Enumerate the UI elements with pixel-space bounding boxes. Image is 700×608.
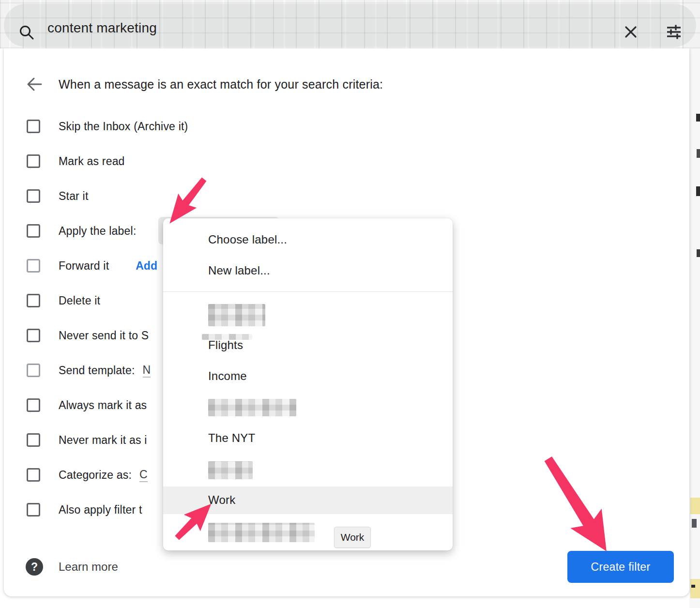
add-forwarding-address-link[interactable]: Add [136,259,157,273]
close-icon [622,23,639,41]
row-label: Skip the Inbox (Archive it) [59,120,188,133]
checkbox-skip-inbox[interactable] [27,120,40,133]
filter-row-skip-inbox: Skip the Inbox (Archive it) [27,118,188,135]
checkbox-never-spam[interactable] [27,329,40,342]
checkbox-star-it[interactable] [27,189,40,203]
choose-template-link[interactable]: N [143,364,151,378]
row-label: Delete it [59,294,100,307]
search-icon [18,24,35,41]
search-input[interactable]: content marketing [4,4,696,47]
panel-title: When a message is an exact match for you… [59,75,383,93]
filter-row-send-template: Send template: N [27,362,151,379]
filter-row-star-it: Star it [27,187,88,205]
checkbox-also-apply[interactable] [27,503,40,517]
redacted-label[interactable] [208,461,253,479]
row-label: Forward it [59,259,109,273]
checkbox-forward-it[interactable] [27,259,40,273]
filter-row-delete-it: Delete it [27,292,100,309]
menu-divider [163,291,453,292]
work-tooltip: Work [334,527,371,548]
redacted-label[interactable] [208,304,265,326]
help-icon: ? [26,558,43,576]
filter-row-never-important: Never mark it as i [27,431,147,449]
filter-row-forward-it: Forward it Add [27,257,157,274]
back-arrow-icon [25,76,43,93]
learn-more-link[interactable]: Learn more [59,558,118,576]
filter-row-always-important: Always mark it as [27,396,147,414]
filter-row-never-spam: Never send it to S [27,327,149,344]
checkbox-always-important[interactable] [27,398,40,412]
row-label: Mark as read [59,155,125,168]
search-strip: content marketing [0,0,700,48]
back-button[interactable] [25,76,43,93]
row-label: Star it [59,190,88,203]
search-match-highlight [690,579,700,598]
checkbox-apply-label[interactable] [27,224,40,238]
row-label: Also apply filter t [59,503,142,517]
checkbox-delete-it[interactable] [27,294,40,307]
menu-item-the-nyt[interactable]: The NYT [163,429,453,447]
checkbox-send-template[interactable] [27,364,40,377]
background-email-list [689,48,700,608]
menu-item-new-label[interactable]: New label... [163,261,453,280]
row-label: Never mark it as i [59,434,147,447]
filter-row-mark-as-read: Mark as read [27,152,125,170]
menu-item-income[interactable]: Income [163,367,453,385]
checkbox-categorize[interactable] [27,468,40,482]
filter-row-categorize: Categorize as: C [27,466,148,484]
search-match-highlight [690,498,700,514]
row-label: Always mark it as [59,399,147,412]
tune-sliders-icon [665,23,683,41]
row-label: Send template: [59,364,135,377]
create-filter-button[interactable]: Create filter [567,551,674,583]
filter-row-apply-label: Apply the label: [27,222,136,240]
label-dropdown-menu: Choose label... New label... Flights Inc… [163,218,453,550]
row-label: Categorize as: [59,469,132,482]
redacted-label[interactable] [208,399,296,416]
redacted-label[interactable] [208,523,315,542]
filter-row-also-apply: Also apply filter t [27,501,142,518]
search-query-text: content marketing [47,4,157,52]
menu-item-choose-label[interactable]: Choose label... [163,230,453,249]
checkbox-never-important[interactable] [27,433,40,447]
search-options-button[interactable] [665,23,683,41]
menu-item-work[interactable]: Work [163,491,453,509]
choose-category-link[interactable]: C [139,468,148,482]
row-label: Never send it to S [59,329,149,342]
row-label: Apply the label: [59,225,136,238]
checkbox-mark-as-read[interactable] [27,154,40,168]
clear-search-button[interactable] [622,23,639,41]
menu-item-flights[interactable]: Flights [163,336,453,354]
